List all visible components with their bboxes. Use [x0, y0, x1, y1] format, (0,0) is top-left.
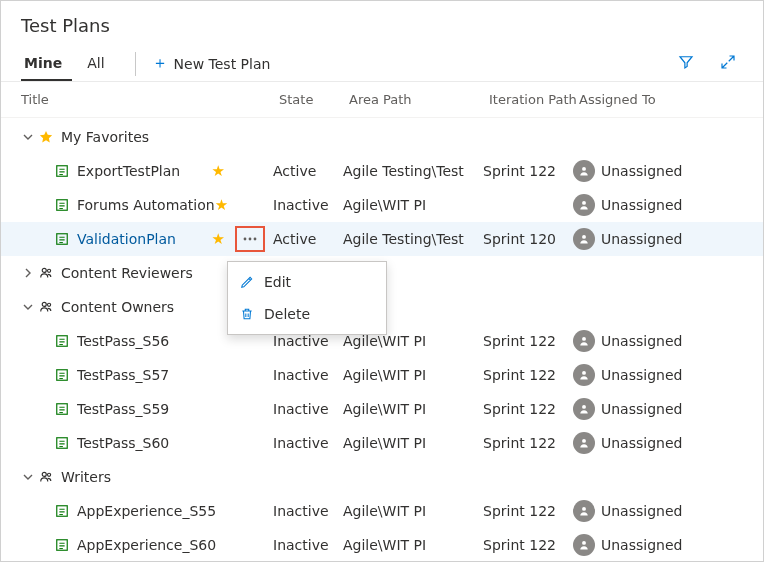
assigned-label: Unassigned — [601, 333, 682, 349]
chevron-down-icon — [21, 300, 35, 314]
plan-assigned[interactable]: Unassigned — [573, 364, 682, 386]
plan-title: TestPass_S57 — [77, 367, 169, 383]
plan-title: AppExperience_S55 — [77, 503, 216, 519]
group-row[interactable]: Writers — [1, 460, 763, 494]
svg-point-18 — [582, 405, 586, 409]
plan-assigned[interactable]: Unassigned — [573, 228, 682, 250]
plan-title: ValidationPlan — [77, 231, 176, 247]
filter-icon[interactable] — [677, 53, 695, 74]
svg-point-7 — [254, 238, 257, 241]
avatar-icon — [573, 194, 595, 216]
expand-icon[interactable] — [719, 53, 737, 74]
plan-iteration: Sprint 122 — [483, 435, 573, 451]
plan-iteration: Sprint 122 — [483, 401, 573, 417]
plan-assigned[interactable]: Unassigned — [573, 330, 682, 352]
svg-point-24 — [582, 507, 586, 511]
plan-assigned[interactable]: Unassigned — [573, 398, 682, 420]
plan-title: TestPass_S59 — [77, 401, 169, 417]
svg-point-9 — [42, 268, 46, 272]
plan-title: TestPass_S60 — [77, 435, 169, 451]
plan-title: ExportTestPlan — [77, 163, 180, 179]
page-title: Test Plans — [1, 1, 763, 42]
assigned-label: Unassigned — [601, 231, 682, 247]
plan-assigned[interactable]: Unassigned — [573, 500, 682, 522]
menu-delete-label: Delete — [264, 306, 310, 322]
plan-title: AppExperience_S60 — [77, 537, 216, 553]
menu-edit[interactable]: Edit — [228, 266, 386, 298]
plan-area: Agile\WIT PI — [343, 401, 483, 417]
plan-area: Agile\WIT PI — [343, 333, 483, 349]
plan-assigned[interactable]: Unassigned — [573, 432, 682, 454]
plan-state: Active — [273, 231, 343, 247]
toolbar: Mine All ＋ New Test Plan — [1, 42, 763, 82]
plan-state: Inactive — [273, 367, 343, 383]
more-actions-button[interactable] — [235, 226, 265, 252]
plan-title: TestPass_S56 — [77, 333, 169, 349]
col-title[interactable]: Title — [21, 92, 279, 107]
column-headers: Title State Area Path Iteration Path Ass… — [1, 82, 763, 118]
chevron-down-icon — [21, 470, 35, 484]
col-area[interactable]: Area Path — [349, 92, 489, 107]
test-plan-row[interactable]: AppExperience_S60InactiveAgile\WIT PISpr… — [1, 528, 763, 562]
assigned-label: Unassigned — [601, 435, 682, 451]
favorite-star-icon[interactable]: ★ — [212, 230, 225, 248]
plan-iteration: Sprint 122 — [483, 503, 573, 519]
chevron-down-icon — [21, 130, 35, 144]
test-plan-icon — [55, 538, 69, 552]
svg-point-5 — [244, 238, 247, 241]
svg-point-1 — [582, 167, 586, 171]
plan-state: Inactive — [273, 435, 343, 451]
svg-point-14 — [582, 337, 586, 341]
menu-delete[interactable]: Delete — [228, 298, 386, 330]
avatar-icon — [573, 534, 595, 556]
svg-point-6 — [249, 238, 252, 241]
svg-point-3 — [582, 201, 586, 205]
col-iteration[interactable]: Iteration Path — [489, 92, 579, 107]
context-menu: Edit Delete — [227, 261, 387, 335]
favorite-star-icon[interactable]: ★ — [215, 196, 228, 214]
plan-iteration: Sprint 122 — [483, 367, 573, 383]
svg-point-10 — [47, 269, 50, 272]
plan-title: Forums Automation — [77, 197, 215, 213]
assigned-label: Unassigned — [601, 503, 682, 519]
plan-area: Agile\WIT PI — [343, 435, 483, 451]
test-plan-row[interactable]: TestPass_S59InactiveAgile\WIT PISprint 1… — [1, 392, 763, 426]
col-state[interactable]: State — [279, 92, 349, 107]
test-plan-row[interactable]: ExportTestPlan★ActiveAgile Testing\TestS… — [1, 154, 763, 188]
avatar-icon — [573, 432, 595, 454]
tab-mine[interactable]: Mine — [21, 47, 72, 81]
svg-point-20 — [582, 439, 586, 443]
group-row[interactable]: My Favorites — [1, 120, 763, 154]
test-plan-row[interactable]: TestPass_S60InactiveAgile\WIT PISprint 1… — [1, 426, 763, 460]
test-plan-icon — [55, 164, 69, 178]
plan-area: Agile\WIT PI — [343, 197, 483, 213]
plan-iteration: Sprint 122 — [483, 537, 573, 553]
avatar-icon — [573, 500, 595, 522]
trash-icon — [240, 307, 254, 321]
test-plan-row[interactable]: Forums Automation★InactiveAgile\WIT PIUn… — [1, 188, 763, 222]
plan-state: Inactive — [273, 503, 343, 519]
people-icon — [39, 470, 53, 484]
test-plan-icon — [55, 402, 69, 416]
test-plan-icon — [55, 504, 69, 518]
plan-area: Agile\WIT PI — [343, 367, 483, 383]
tab-all[interactable]: All — [84, 47, 114, 81]
plan-area: Agile\WIT PI — [343, 503, 483, 519]
new-test-plan-button[interactable]: ＋ New Test Plan — [144, 49, 279, 78]
plan-state: Inactive — [273, 333, 343, 349]
test-plan-row[interactable]: TestPass_S57InactiveAgile\WIT PISprint 1… — [1, 358, 763, 392]
test-plans-tree: My FavoritesExportTestPlan★ActiveAgile T… — [1, 118, 763, 562]
svg-point-22 — [47, 473, 50, 476]
test-plan-icon — [55, 436, 69, 450]
svg-point-11 — [42, 302, 46, 306]
test-plan-row[interactable]: ValidationPlan★ActiveAgile Testing\TestS… — [1, 222, 763, 256]
plan-assigned[interactable]: Unassigned — [573, 160, 682, 182]
test-plan-row[interactable]: AppExperience_S55InactiveAgile\WIT PISpr… — [1, 494, 763, 528]
plan-assigned[interactable]: Unassigned — [573, 534, 682, 556]
col-assigned[interactable]: Assigned To — [579, 92, 743, 107]
star-icon — [39, 130, 53, 144]
favorite-star-icon[interactable]: ★ — [212, 162, 225, 180]
plan-assigned[interactable]: Unassigned — [573, 194, 682, 216]
chevron-right-icon — [21, 266, 35, 280]
people-icon — [39, 300, 53, 314]
